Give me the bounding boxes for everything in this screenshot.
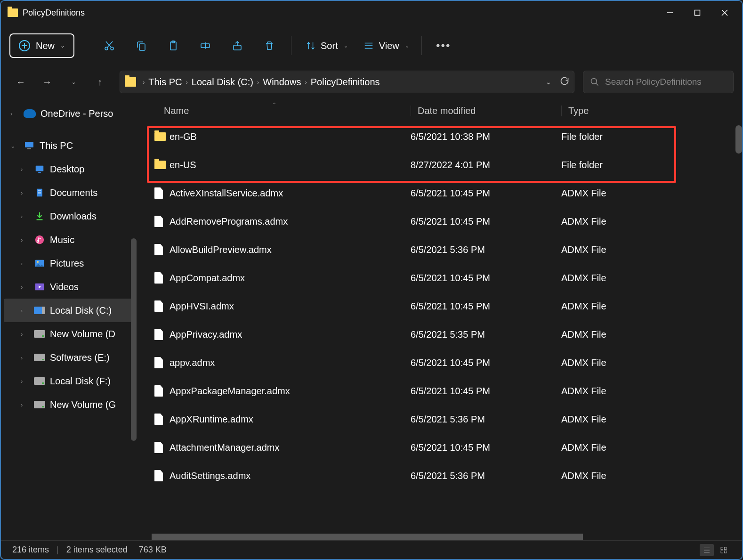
breadcrumb-history-button[interactable]: ⌄ (546, 78, 551, 86)
copy-button[interactable] (125, 33, 157, 58)
file-name: AttachmentManager.admx (170, 442, 411, 453)
delete-button[interactable] (253, 33, 285, 58)
file-row[interactable]: AppHVSI.admx6/5/2021 10:45 PMADMX File (137, 292, 742, 320)
forward-button[interactable]: → (36, 71, 58, 93)
file-row[interactable]: AuditSettings.admx6/5/2021 5:36 PMADMX F… (137, 462, 742, 490)
up-button[interactable]: ↑ (89, 71, 111, 93)
status-selection: 2 items selected (66, 545, 128, 555)
view-button[interactable]: View ⌄ (356, 36, 416, 56)
file-row[interactable]: AppxPackageManager.admx6/5/2021 10:45 PM… (137, 377, 742, 405)
sidebar-item-documents[interactable]: ›Documents (1, 181, 137, 204)
svg-rect-37 (721, 551, 723, 553)
file-name: AppHVSI.admx (170, 301, 411, 312)
titlebar: PolicyDefinitions (1, 1, 742, 24)
back-button[interactable]: ← (9, 71, 32, 93)
file-type: ADMX File (561, 329, 742, 340)
sidebar-item-new-volume-g[interactable]: ›New Volume (G (1, 393, 137, 416)
view-thumbnails-button[interactable] (717, 544, 731, 556)
tree-expander-icon[interactable]: › (21, 401, 29, 408)
paste-button[interactable] (157, 33, 189, 58)
new-button[interactable]: New ⌄ (9, 33, 74, 58)
breadcrumb-item[interactable]: Windows (263, 77, 301, 88)
tree-expander-icon[interactable]: › (21, 331, 29, 338)
search-icon (590, 77, 599, 87)
sidebar-item-label: New Volume (D (50, 329, 115, 340)
file-date: 6/5/2021 10:45 PM (411, 188, 561, 199)
tree-expander-icon[interactable]: › (21, 307, 29, 314)
window-title: PolicyDefinitions (23, 8, 85, 18)
svg-point-5 (111, 47, 113, 50)
file-name: appv.admx (170, 357, 411, 368)
tree-expander-icon[interactable]: › (21, 166, 29, 173)
file-row[interactable]: AppPrivacy.admx6/5/2021 5:35 PMADMX File (137, 320, 742, 349)
toolbar-divider (421, 36, 422, 55)
refresh-button[interactable] (560, 76, 569, 88)
sidebar-item-label: Downloads (50, 211, 97, 222)
minimize-button[interactable] (656, 3, 684, 22)
more-button[interactable]: ••• (428, 33, 460, 58)
view-details-button[interactable] (700, 544, 714, 556)
file-icon (154, 329, 163, 340)
tree-expander-icon[interactable]: › (21, 284, 29, 291)
sidebar-item-videos[interactable]: ›Videos (1, 275, 137, 299)
new-label: New (36, 41, 55, 51)
sidebar-item-local-disk-c-[interactable]: ›Local Disk (C:) (4, 299, 135, 322)
breadcrumb[interactable]: › This PC › Local Disk (C:) › Windows › … (120, 71, 574, 93)
file-row[interactable]: en-GB6/5/2021 10:38 PMFile folder (137, 122, 742, 151)
breadcrumb-item[interactable]: Local Disk (C:) (192, 77, 253, 88)
sidebar-item-this-pc[interactable]: ⌄This PC (1, 134, 137, 157)
file-row[interactable]: ActiveXInstallService.admx6/5/2021 10:45… (137, 179, 742, 207)
main: ›OneDrive - Perso⌄This PC›Desktop›Docume… (1, 97, 742, 540)
column-header-name[interactable]: ⌃ Name (137, 106, 411, 116)
close-button[interactable] (711, 3, 738, 22)
file-row[interactable]: AllowBuildPreview.admx6/5/2021 5:36 PMAD… (137, 235, 742, 264)
tree-expander-icon[interactable]: › (21, 236, 29, 243)
sidebar-item-onedrive-perso[interactable]: ›OneDrive - Perso (1, 102, 137, 125)
svg-rect-21 (27, 148, 31, 149)
breadcrumb-sep: › (305, 79, 307, 86)
file-row[interactable]: AppXRuntime.admx6/5/2021 5:36 PMADMX Fil… (137, 405, 742, 433)
cut-button[interactable] (93, 33, 125, 58)
sidebar-item-softwares-e-[interactable]: ›Softwares (E:) (1, 346, 137, 369)
tree-expander-icon[interactable]: › (21, 354, 29, 361)
maximize-button[interactable] (684, 3, 711, 22)
sidebar-item-music[interactable]: ›Music (1, 228, 137, 252)
file-type: ADMX File (561, 244, 742, 255)
sort-button[interactable]: Sort ⌄ (299, 36, 355, 56)
sidebar-item-new-volume-d[interactable]: ›New Volume (D (1, 322, 137, 346)
sidebar-scrollbar[interactable] (131, 238, 137, 441)
svg-rect-36 (724, 547, 727, 550)
sidebar-item-label: Desktop (50, 164, 84, 175)
recent-button[interactable]: ⌄ (62, 71, 85, 93)
sidebar-item-downloads[interactable]: ›Downloads (1, 204, 137, 228)
file-row[interactable]: en-US8/27/2022 4:01 PMFile folder (137, 151, 742, 179)
breadcrumb-item[interactable]: This PC (148, 77, 182, 88)
rename-button[interactable] (189, 33, 221, 58)
column-header-type[interactable]: Type (561, 106, 742, 116)
tree-expander-icon[interactable]: ⌄ (10, 142, 19, 149)
breadcrumb-sep: › (257, 79, 259, 86)
file-row[interactable]: AppCompat.admx6/5/2021 10:45 PMADMX File (137, 264, 742, 292)
file-row[interactable]: AddRemovePrograms.admx6/5/2021 10:45 PMA… (137, 207, 742, 235)
sidebar-item-desktop[interactable]: ›Desktop (1, 157, 137, 181)
column-header-date[interactable]: Date modified (411, 106, 561, 116)
file-icon (154, 414, 163, 425)
file-name: AuditSettings.admx (170, 471, 411, 481)
tree-expander-icon[interactable]: › (21, 189, 29, 196)
breadcrumb-item[interactable]: PolicyDefinitions (311, 77, 380, 88)
share-button[interactable] (221, 33, 253, 58)
content-scrollbar[interactable] (735, 125, 742, 154)
sidebar-item-local-disk-f-[interactable]: ›Local Disk (F:) (1, 369, 137, 393)
sidebar-item-pictures[interactable]: ›Pictures (1, 252, 137, 275)
file-icon (154, 272, 163, 284)
tree-expander-icon[interactable]: › (21, 378, 29, 385)
tree-expander-icon[interactable]: › (10, 110, 19, 117)
file-type: ADMX File (561, 216, 742, 227)
file-row[interactable]: AttachmentManager.admx6/5/2021 10:45 PMA… (137, 433, 742, 462)
tree-expander-icon[interactable]: › (21, 260, 29, 267)
tree-expander-icon[interactable]: › (21, 213, 29, 220)
search-input[interactable] (605, 77, 727, 87)
horizontal-scrollbar[interactable] (152, 534, 704, 540)
search-bar[interactable] (583, 71, 734, 93)
file-row[interactable]: appv.admx6/5/2021 10:45 PMADMX File (137, 349, 742, 377)
